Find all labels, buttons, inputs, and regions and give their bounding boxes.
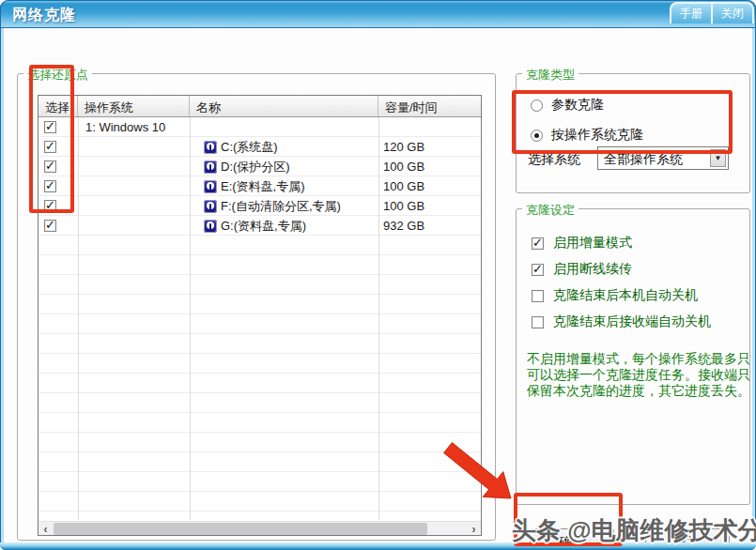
table-row[interactable]: C:(系统盘) 120 GB: [39, 137, 481, 157]
row-partition-name: C:(系统盘): [221, 139, 278, 156]
horizontal-scrollbar[interactable]: ‹ ›: [39, 521, 481, 535]
clone-settings-title: 克隆设定: [522, 202, 579, 219]
table-body: 1: Windows 10: [39, 117, 481, 520]
disk-icon: [204, 141, 217, 154]
row-partition-name: G:(资料盘,专属): [221, 218, 306, 235]
row-os-label: [78, 216, 190, 236]
row-os-label: [78, 137, 190, 157]
disk-icon: [204, 160, 217, 174]
setting-checkbox[interactable]: [532, 237, 544, 250]
column-header-select[interactable]: 选择: [39, 96, 78, 116]
row-checkbox[interactable]: [44, 220, 56, 232]
radio-label: 参数克隆: [551, 97, 604, 114]
setting-label: 克隆结束后本机自动关机: [553, 287, 698, 304]
row-checkbox[interactable]: [44, 180, 56, 192]
clone-settings-groupbox: 克隆设定 启用增量模式 启用断线续传 克隆结束后本机自动关机: [516, 208, 750, 505]
scrollbar-thumb[interactable]: [54, 523, 427, 535]
radio-button[interactable]: [531, 99, 543, 112]
titlebar-buttons: 手册 关闭: [670, 2, 754, 23]
manual-button[interactable]: 手册: [671, 4, 711, 23]
table-row[interactable]: F:(自动清除分区,专属) 100 GB: [39, 196, 481, 216]
row-os-label: [78, 176, 190, 196]
system-select-dropdown[interactable]: 全部操作系统 ▼: [597, 146, 729, 170]
network-clone-dialog: 网络克隆 手册 关闭 选择还原点 选择 操作系统 名称 容量/时间: [0, 0, 756, 550]
setting-checkbox[interactable]: [532, 264, 544, 276]
clone-setting-option[interactable]: 启用增量模式: [532, 235, 632, 252]
row-os-label: [78, 196, 190, 216]
clone-setting-option[interactable]: 克隆结束后本机自动关机: [532, 287, 698, 304]
column-header-capacity[interactable]: 容量/时间: [378, 96, 481, 116]
row-partition-name: F:(自动清除分区,专属): [221, 198, 341, 215]
chevron-down-icon[interactable]: ▼: [710, 149, 726, 167]
column-header-os[interactable]: 操作系统: [78, 96, 190, 116]
dialog-content: 选择还原点 选择 操作系统 名称 容量/时间: [4, 28, 752, 542]
row-os-label: 1: Windows 10: [78, 117, 190, 137]
row-capacity: 120 GB: [378, 137, 481, 157]
table-header: 选择 操作系统 名称 容量/时间: [39, 96, 481, 117]
scroll-left-icon[interactable]: ‹: [39, 522, 53, 536]
table-row[interactable]: D:(保护分区) 100 GB: [39, 157, 481, 176]
table-row[interactable]: E:(资料盘,专属) 100 GB: [39, 176, 481, 196]
clone-setting-option[interactable]: 启用断线续传: [532, 261, 632, 278]
row-os-label: [78, 157, 190, 176]
setting-checkbox[interactable]: [532, 316, 544, 328]
row-capacity: [378, 117, 481, 137]
setting-label: 克隆结束后接收端自动关机: [553, 313, 711, 330]
clone-setting-option[interactable]: 克隆结束后接收端自动关机: [532, 313, 711, 330]
window-title: 网络克隆: [12, 6, 76, 25]
row-capacity: 100 GB: [378, 157, 481, 176]
row-checkbox[interactable]: [44, 160, 56, 173]
disk-icon: [204, 200, 217, 213]
setting-checkbox[interactable]: [532, 290, 544, 302]
row-capacity: 932 GB: [378, 216, 481, 236]
system-select-value: 全部操作系统: [604, 151, 683, 168]
clone-type-option[interactable]: 参数克隆: [531, 97, 604, 114]
table-row[interactable]: G:(资料盘,专属) 932 GB: [39, 216, 481, 236]
watermark-text: 头条 @电脑维修技术分享: [512, 514, 756, 547]
row-partition-name: E:(资料盘,专属): [221, 178, 305, 195]
row-checkbox[interactable]: [44, 141, 56, 153]
row-checkbox[interactable]: [44, 121, 56, 133]
row-partition-name: D:(保护分区): [221, 159, 290, 176]
restore-points-table: 选择 操作系统 名称 容量/时间 1: Windows 10: [38, 95, 482, 536]
row-checkbox[interactable]: [44, 200, 56, 212]
close-button[interactable]: 关闭: [711, 4, 752, 23]
row-capacity: 100 GB: [378, 176, 481, 196]
disk-icon: [204, 180, 217, 193]
incremental-mode-note: 不启用增量模式，每个操作系统最多只可以选择一个克隆进度任务。接收端只保留本次克隆…: [527, 351, 750, 399]
column-header-name[interactable]: 名称: [190, 96, 378, 116]
radio-label: 按操作系统克隆: [551, 127, 643, 144]
restore-points-groupbox: 选择还原点 选择 操作系统 名称 容量/时间: [17, 73, 496, 541]
radio-button[interactable]: [531, 130, 543, 142]
restore-points-title: 选择还原点: [23, 67, 92, 84]
clone-type-groupbox: 克隆类型 参数克隆 按操作系统克隆 选择系统 全部操作系统 ▼: [516, 73, 750, 193]
system-select-label: 选择系统: [528, 151, 580, 168]
clone-type-title: 克隆类型: [522, 67, 579, 84]
table-row[interactable]: 1: Windows 10: [39, 117, 481, 137]
scroll-right-icon[interactable]: ›: [467, 522, 481, 536]
disk-icon: [204, 220, 217, 233]
setting-label: 启用断线续传: [553, 261, 632, 278]
row-capacity: 100 GB: [378, 196, 481, 216]
titlebar: 网络克隆 手册 关闭: [0, 0, 756, 28]
clone-type-option[interactable]: 按操作系统克隆: [531, 127, 643, 144]
setting-label: 启用增量模式: [553, 235, 632, 252]
